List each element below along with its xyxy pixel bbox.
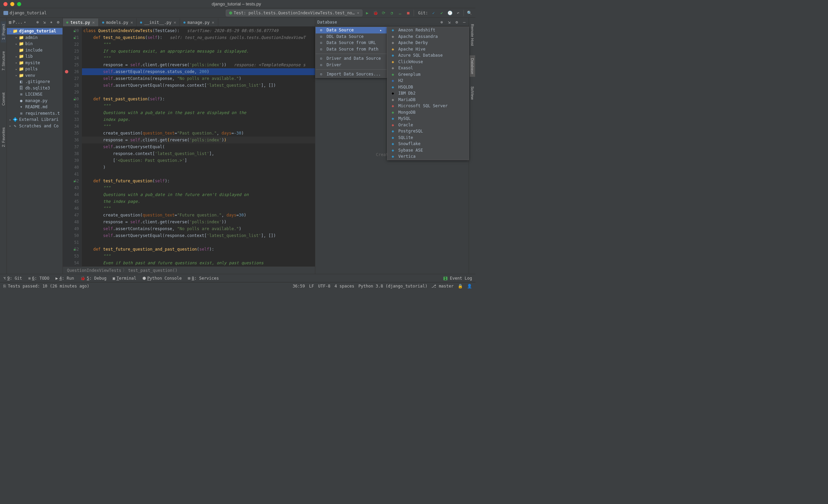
code-line-50[interactable]: self.assertQuerysetEqual(response.contex… <box>82 232 315 239</box>
code-line-29[interactable] <box>82 89 315 96</box>
status-1[interactable]: LF <box>309 284 314 289</box>
right-strip-remote-host[interactable]: Remote Host <box>470 21 475 48</box>
tree-item-bin[interactable]: ▸📁bin <box>7 41 63 47</box>
db-mongodb[interactable]: ◆MongoDB <box>387 109 469 116</box>
update-button[interactable]: ✓ <box>431 10 436 16</box>
tree-item-mysite[interactable]: ▸📁mysite <box>7 60 63 66</box>
code-line-24[interactable]: """ <box>82 55 315 61</box>
gutter-line-41[interactable]: 41 <box>63 171 82 178</box>
editor-crumbs[interactable]: QuestionIndexViewTests 〉 test_past_quest… <box>63 266 315 274</box>
tree-item-license[interactable]: ≡LICENSE <box>7 91 63 98</box>
status-2[interactable]: UTF-8 <box>318 284 330 289</box>
datasource-menu[interactable]: ▫Data Source▸▫DDL Data Source▫Data Sourc… <box>315 27 387 78</box>
db-sybase-ase[interactable]: ◆Sybase ASE <box>387 147 469 154</box>
tree-item-manage-py[interactable]: ●manage.py <box>7 98 63 104</box>
code-line-21[interactable]: def test_no_questions(self): self: test_… <box>82 34 315 41</box>
db-microsoft-sql-server[interactable]: ◆Microsoft SQL Server <box>387 103 469 109</box>
gutter-line-31[interactable]: 31 <box>63 102 82 109</box>
gutter-line-21[interactable]: 21▶ <box>63 34 82 41</box>
menu-driver[interactable]: ▫Driver <box>316 62 387 68</box>
bottom-tool-python-console[interactable]: ⬢Python Console <box>142 276 182 281</box>
gutter-line-47[interactable]: 47 <box>63 212 82 219</box>
code-line-22[interactable]: """ <box>82 41 315 48</box>
gutter-line-25[interactable]: 25 <box>63 61 82 68</box>
editor-tab-__init__-py[interactable]: __init__.py× <box>137 18 180 26</box>
code-line-49[interactable]: self.assertContains(response, "No polls … <box>82 225 315 232</box>
db-azure-sql-database[interactable]: ◆Azure SQL Database <box>387 52 469 59</box>
gutter-line-45[interactable]: 45 <box>63 198 82 205</box>
code-line-39[interactable]: ['<Question: Past question.>'] <box>82 157 315 164</box>
gutter-line-37[interactable]: 37 <box>63 143 82 150</box>
code-line-38[interactable]: response.context['latest_question_list']… <box>82 150 315 157</box>
run-gutter-icon[interactable]: ▶ <box>74 36 76 40</box>
bottom-tool-9-git[interactable]: ⌥9: Git <box>3 276 22 281</box>
bottom-tool-4-run[interactable]: ▶4: Run <box>55 276 74 281</box>
coverage-button[interactable]: ⟳ <box>381 10 386 16</box>
gutter-line-29[interactable]: 29 <box>63 89 82 96</box>
left-strip-1-project[interactable]: 1: Project <box>1 21 6 42</box>
event-log[interactable]: 1 Event Log <box>443 276 472 281</box>
gutter-line-35[interactable]: 35 <box>63 130 82 137</box>
settings-icon[interactable]: ⚙ <box>56 20 60 25</box>
gutter-line-32[interactable]: 32 <box>63 109 82 116</box>
rollback-button[interactable]: ↶ <box>455 10 461 16</box>
search-button[interactable]: 🔍 <box>467 10 472 16</box>
status-5[interactable]: ⎇ master <box>431 284 454 289</box>
code-line-44[interactable]: Questions with a pub_date in the future … <box>82 191 315 198</box>
db-apache-hive[interactable]: ◆Apache Hive <box>387 46 469 53</box>
gutter-line-54[interactable]: 54 <box>63 260 82 266</box>
maximize-window[interactable] <box>17 2 21 6</box>
gutter-line-28[interactable]: 28 <box>63 82 82 89</box>
gutter-line-22[interactable]: 22 <box>63 41 82 48</box>
hide-icon[interactable]: — <box>462 20 467 25</box>
code-line-51[interactable] <box>82 239 315 246</box>
code-line-52[interactable]: def test_future_question_and_past_questi… <box>82 246 315 253</box>
project-tree[interactable]: ▾📁django_tutorial▸📁admin▸📁bin📁include▸📁l… <box>7 27 63 130</box>
editor-tab-manage-py[interactable]: manage.py× <box>180 18 218 26</box>
menu-data-source-from-url[interactable]: ▫Data Source from URL <box>316 40 387 46</box>
code-line-42[interactable]: def test_future_question(self): <box>82 178 315 184</box>
gutter-line-38[interactable]: 38 <box>63 150 82 157</box>
tree-item-external-librari[interactable]: ▸💠External Librari <box>7 116 63 123</box>
code-line-53[interactable]: """ <box>82 253 315 260</box>
db-exasol[interactable]: ◆Exasol <box>387 65 469 71</box>
db-apache-cassandra[interactable]: ◆Apache Cassandra <box>387 33 469 40</box>
code-line-36[interactable]: response = self.client.get(reverse('poll… <box>82 137 315 143</box>
crumb-method[interactable]: test_past_question() <box>128 268 178 273</box>
gutter-line-50[interactable]: 50 <box>63 232 82 239</box>
gutter-line-49[interactable]: 49 <box>63 225 82 232</box>
gutter-line-40[interactable]: 40 <box>63 164 82 171</box>
expand-icon[interactable]: ⇲ <box>42 20 47 25</box>
gutter-line-43[interactable]: 43 <box>63 184 82 191</box>
tree-item-db-sqlite3[interactable]: 🗄db.sqlite3 <box>7 85 63 92</box>
history-button[interactable]: 🕘 <box>447 10 453 16</box>
settings-icon[interactable]: ⚙ <box>454 20 459 25</box>
menu-data-source-from-path[interactable]: ▫Data Source from Path <box>316 46 387 53</box>
run-gutter-icon[interactable]: ▶ <box>74 179 76 183</box>
datasource-submenu[interactable]: ◆Amazon Redshift◆Apache Cassandra◆Apache… <box>387 27 469 160</box>
breadcrumb[interactable]: django_tutorial <box>3 11 46 15</box>
gutter-line-27[interactable]: 27 <box>63 75 82 82</box>
db-amazon-redshift[interactable]: ◆Amazon Redshift <box>387 27 469 33</box>
db-clickhouse[interactable]: ◆ClickHouse <box>387 59 469 65</box>
db-postgresql[interactable]: ◆PostgreSQL <box>387 128 469 135</box>
tree-item-scratches-and-co[interactable]: ▸✎Scratches and Co <box>7 123 63 129</box>
gutter-line-26[interactable]: 26 <box>63 68 82 75</box>
gutter-line-48[interactable]: 48 <box>63 219 82 225</box>
code-line-25[interactable]: response = self.client.get(reverse('poll… <box>82 61 315 68</box>
code-line-20[interactable]: class QuestionIndexViewTests(TestCase): … <box>82 27 315 34</box>
tree-item-include[interactable]: 📁include <box>7 47 63 54</box>
collapse-icon[interactable]: ⇲ <box>447 20 452 25</box>
locate-icon[interactable]: ⊕ <box>35 20 40 25</box>
gutter-line-53[interactable]: 53 <box>63 253 82 260</box>
profile-button[interactable]: ◔ <box>389 10 395 16</box>
menu-data-source[interactable]: ▫Data Source▸ <box>316 27 387 33</box>
db-vertica[interactable]: ◆Vertica <box>387 153 469 160</box>
code-line-34[interactable]: """ <box>82 123 315 130</box>
db-sqlite[interactable]: ◆SQLite <box>387 135 469 141</box>
db-oracle[interactable]: ◆Oracle <box>387 122 469 128</box>
debug-button[interactable]: 🐞 <box>373 10 378 16</box>
code-line-54[interactable]: Even if both past and future questions e… <box>82 260 315 266</box>
gutter-line-42[interactable]: 42▶ <box>63 178 82 184</box>
tree-item-lib[interactable]: ▸📁lib <box>7 53 63 60</box>
